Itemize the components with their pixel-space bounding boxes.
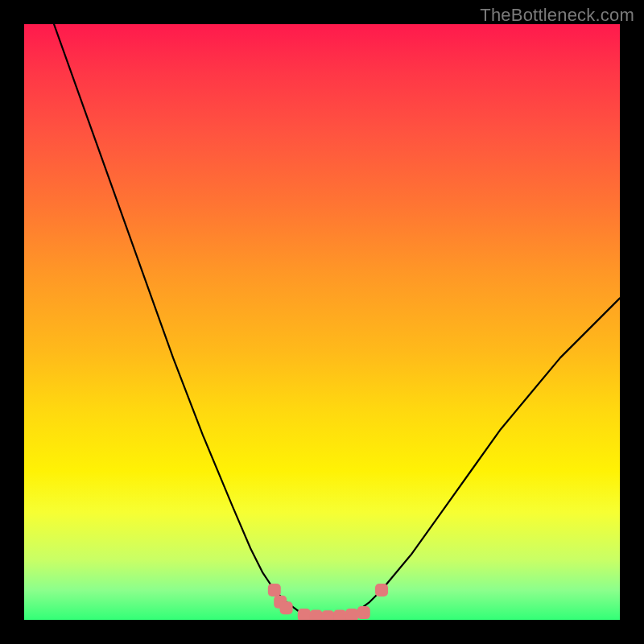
- data-marker: [268, 584, 281, 597]
- data-marker: [310, 610, 323, 620]
- watermark-text: TheBottleneck.com: [480, 5, 634, 26]
- data-marker: [345, 609, 358, 620]
- data-marker: [333, 610, 346, 620]
- data-marker: [298, 609, 311, 620]
- data-marker: [321, 610, 334, 620]
- data-marker: [375, 584, 388, 597]
- data-marker: [280, 601, 293, 614]
- bottleneck-curve: [54, 24, 620, 617]
- plot-area: [24, 24, 620, 620]
- curve-group: [54, 24, 620, 617]
- data-marker: [357, 606, 370, 619]
- chart-svg: [24, 24, 620, 620]
- chart-frame: TheBottleneck.com: [0, 0, 644, 644]
